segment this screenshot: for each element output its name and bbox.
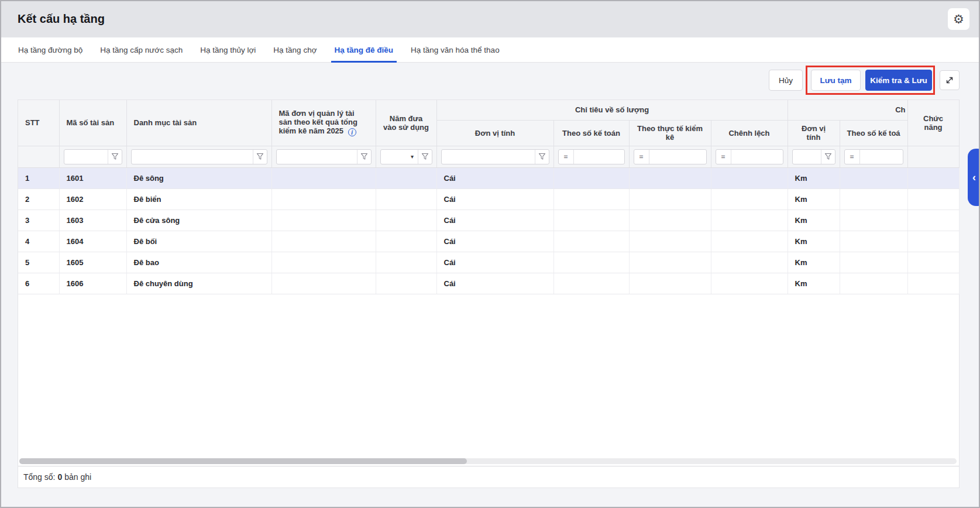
column-header-6[interactable]: Theo số kế toán (553, 120, 629, 146)
filter-input-10[interactable] (860, 150, 903, 163)
filter-input-7[interactable] (649, 150, 706, 163)
cell (376, 252, 436, 273)
column-header-9[interactable]: Đơn vị tính (788, 120, 840, 146)
cell (271, 210, 376, 231)
tab-0[interactable]: Hạ tầng đường bộ (9, 37, 91, 62)
filter-cell-7[interactable]: = (629, 146, 711, 167)
filter-cell-2[interactable] (126, 146, 271, 167)
cell (553, 252, 629, 273)
grid-body: 11601Đê sôngCáiKm21602Đê biểnCáiKm31603Đ… (18, 167, 959, 294)
column-header-1[interactable]: Mã số tài sản (59, 100, 126, 146)
h-scrollbar-thumb[interactable] (19, 458, 467, 464)
column-header-8[interactable]: Chênh lệch (711, 120, 788, 146)
cell: Đê bao (126, 252, 271, 273)
cell: Đê bối (126, 231, 271, 252)
filter-input-6[interactable] (574, 150, 624, 163)
filter-cell-3[interactable] (271, 146, 376, 167)
equals-operator-button[interactable]: = (716, 153, 731, 161)
funnel-icon[interactable] (357, 153, 371, 160)
column-header-4[interactable]: Năm đưa vào sử dụng (376, 100, 436, 146)
save-temp-button[interactable]: Lưu tạm (811, 70, 861, 91)
cell: 1603 (59, 210, 126, 231)
table-row[interactable]: 11601Đê sôngCáiKm (18, 167, 959, 188)
select-caret-icon[interactable]: ▾ (407, 153, 418, 160)
tab-4-active[interactable]: Hạ tầng đê điều (326, 37, 403, 62)
cell (840, 188, 907, 210)
side-panel-handle[interactable]: ‹ (968, 149, 980, 206)
filter-cell-9[interactable] (788, 146, 840, 167)
h-scrollbar (19, 458, 957, 464)
table-row[interactable]: 41604Đê bốiCáiKm (18, 231, 959, 252)
tab-2[interactable]: Hạ tầng thủy lợi (191, 37, 264, 62)
grid-table: STTMã số tài sảnDanh mục tài sảnMã đơn v… (18, 100, 960, 294)
equals-operator-button[interactable]: = (845, 153, 859, 161)
expand-icon (945, 75, 954, 85)
equals-operator-button[interactable]: = (559, 153, 573, 161)
tab-5[interactable]: Hạ tầng văn hóa thể thao (402, 37, 508, 62)
cell (840, 252, 907, 273)
cell: 1604 (59, 231, 126, 252)
column-header-11[interactable]: Chức năng (907, 100, 959, 146)
funnel-icon[interactable] (535, 153, 549, 160)
column-header-7[interactable]: Theo thực tế kiểm kê (629, 120, 711, 146)
check-and-save-button[interactable]: Kiểm tra & Lưu (865, 70, 932, 91)
column-header-10[interactable]: Theo số kế toá (840, 120, 907, 146)
column-header-5[interactable]: Đơn vị tính (436, 120, 553, 146)
filter-input-4[interactable] (381, 150, 407, 163)
filter-cell-1[interactable] (59, 146, 126, 167)
table-row[interactable]: 51605Đê baoCáiKm (18, 252, 959, 273)
funnel-icon[interactable] (821, 153, 835, 160)
filter-input-3[interactable] (277, 150, 357, 163)
group-header-0: Chỉ tiêu về số lượng (436, 100, 788, 120)
filter-cell-10[interactable]: = (840, 146, 907, 167)
cell: Cái (436, 167, 553, 188)
cell (907, 273, 959, 294)
filter-input-9[interactable] (793, 150, 821, 163)
cell: Km (788, 210, 840, 231)
funnel-icon[interactable] (418, 153, 432, 160)
cell: Đê sông (126, 167, 271, 188)
filter-cell-4[interactable]: ▾ (376, 146, 436, 167)
settings-button[interactable]: ⚙ (948, 8, 969, 30)
cell (840, 231, 907, 252)
tab-1[interactable]: Hạ tầng cấp nước sạch (91, 37, 191, 62)
cell (553, 273, 629, 294)
filter-cell-8[interactable]: = (711, 146, 788, 167)
cell: Cái (436, 252, 553, 273)
cell (553, 188, 629, 210)
filter-input-2[interactable] (132, 150, 253, 163)
chevron-left-icon: ‹ (972, 172, 976, 183)
column-header-2[interactable]: Danh mục tài sản (126, 100, 271, 146)
filter-cell-11 (907, 146, 959, 167)
cell: 1602 (59, 188, 126, 210)
filter-cell-6[interactable]: = (553, 146, 629, 167)
topbar: Kết cấu hạ tầng ⚙ (1, 1, 979, 37)
grid-footer: Tổng số: 0 bản ghi (18, 466, 959, 488)
cell: Km (788, 273, 840, 294)
cancel-button[interactable]: Hủy (769, 70, 803, 91)
tab-3[interactable]: Hạ tầng chợ (264, 37, 325, 62)
expand-button[interactable] (940, 70, 960, 90)
cell (629, 210, 711, 231)
filter-cell-5[interactable] (436, 146, 553, 167)
filter-input-1[interactable] (64, 150, 108, 163)
cell: 5 (18, 252, 59, 273)
column-header-0[interactable]: STT (18, 100, 59, 146)
filter-input-8[interactable] (731, 150, 783, 163)
cell (376, 273, 436, 294)
funnel-icon[interactable] (108, 153, 122, 160)
table-row[interactable]: 31603Đê cửa sôngCáiKm (18, 210, 959, 231)
info-icon[interactable]: i (348, 128, 356, 136)
column-header-3[interactable]: Mã đơn vị quản lý tài sản theo kết quả t… (271, 100, 376, 146)
gear-icon: ⚙ (953, 13, 964, 25)
cell: 1606 (59, 273, 126, 294)
cell: Cái (436, 273, 553, 294)
cell (553, 210, 629, 231)
filter-input-5[interactable] (442, 150, 535, 163)
table-row[interactable]: 21602Đê biểnCáiKm (18, 188, 959, 210)
cell (376, 210, 436, 231)
table-row[interactable]: 61606Đê chuyên dùngCáiKm (18, 273, 959, 294)
funnel-icon[interactable] (253, 153, 267, 160)
equals-operator-button[interactable]: = (634, 153, 649, 161)
cell (629, 231, 711, 252)
